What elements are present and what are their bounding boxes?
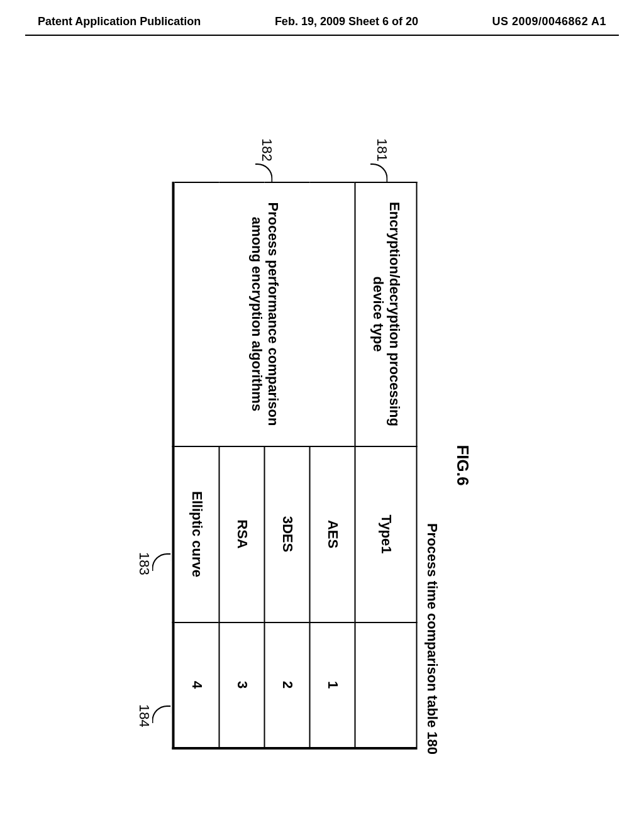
table-row: Encryption/decryption processing device …	[355, 182, 417, 748]
header-rule	[25, 35, 619, 36]
process-time-table: Encryption/decryption processing device …	[172, 182, 418, 750]
val-elliptic: 4	[174, 622, 219, 748]
callout-182-leader	[255, 163, 273, 182]
figure-title: FIG.6	[453, 138, 472, 792]
val-3des: 2	[265, 622, 310, 748]
header-blank	[355, 622, 417, 748]
header-type1: Type1	[355, 446, 417, 622]
algo-rsa: RSA	[219, 446, 265, 622]
callout-183: 183	[136, 552, 152, 575]
callout-183-leader	[152, 553, 171, 571]
val-rsa: 3	[219, 622, 265, 748]
callout-181-leader	[370, 163, 388, 182]
callout-184: 184	[136, 704, 152, 728]
callout-182: 182	[258, 138, 275, 162]
algo-aes: AES	[310, 446, 355, 622]
header-right: US 2009/0046862 A1	[492, 15, 606, 28]
page-header: Patent Application Publication Feb. 19, …	[0, 0, 644, 32]
callout-181: 181	[374, 138, 390, 162]
figure-rotated-container: FIG.6 Process time comparison table 180 …	[172, 138, 472, 792]
callout-184-leader	[152, 706, 171, 723]
table-row: Process performance comparison among enc…	[310, 182, 355, 748]
val-aes: 1	[310, 622, 355, 748]
header-left: Patent Application Publication	[38, 15, 201, 28]
algo-elliptic: Elliptic curve	[174, 446, 219, 622]
group-label: Process performance comparison among enc…	[174, 182, 355, 446]
header-center: Feb. 19, 2009 Sheet 6 of 20	[275, 15, 418, 28]
header-device-type: Encryption/decryption processing device …	[355, 182, 417, 446]
algo-3des: 3DES	[265, 446, 310, 622]
table-caption: Process time comparison table 180	[424, 138, 440, 755]
